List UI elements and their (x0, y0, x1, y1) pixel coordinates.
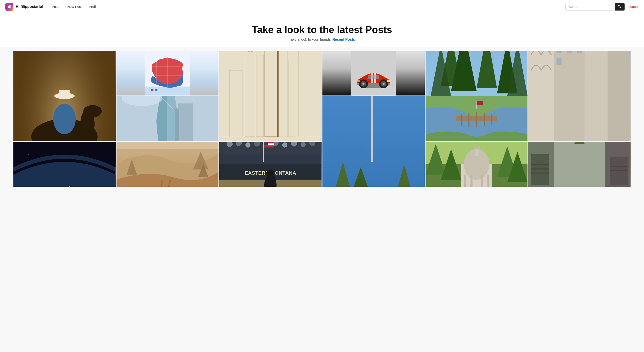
svg-rect-179 (264, 142, 268, 146)
svg-rect-195 (464, 175, 466, 187)
svg-rect-178 (264, 146, 274, 148)
svg-rect-89 (175, 108, 179, 141)
search-input[interactable] (566, 3, 615, 10)
svg-rect-129 (476, 101, 482, 105)
grid-item-7[interactable] (116, 96, 219, 141)
svg-rect-73 (567, 51, 572, 52)
grid-item-11[interactable] (426, 96, 528, 141)
svg-rect-93 (322, 96, 425, 187)
svg-rect-75 (556, 58, 562, 65)
search-button[interactable] (615, 3, 624, 10)
svg-point-10 (53, 104, 76, 134)
svg-point-53 (387, 80, 390, 82)
svg-rect-193 (474, 148, 478, 156)
svg-rect-24 (145, 86, 190, 96)
svg-point-52 (382, 83, 384, 85)
svg-point-9 (84, 105, 102, 118)
app-icon: dj (5, 3, 14, 11)
hero-section: Take a look to the latest Posts Take a l… (0, 14, 644, 47)
svg-point-49 (362, 83, 364, 85)
svg-rect-94 (371, 96, 373, 162)
svg-rect-207 (531, 164, 549, 166)
hero-title: Take a look to the latest Posts (4, 24, 640, 35)
hero-subtitle: Take a look to your friends' Recent Post… (4, 38, 640, 42)
logout-button[interactable]: Logout (628, 5, 639, 8)
svg-rect-149 (116, 142, 219, 149)
svg-rect-70 (584, 51, 608, 141)
grid-item-13[interactable] (14, 142, 116, 187)
grid-container: EASTERN MONTANA (0, 47, 644, 190)
grid-item-10[interactable] (322, 96, 425, 187)
svg-rect-212 (610, 170, 628, 171)
grid-item-18[interactable] (528, 142, 630, 187)
svg-rect-72 (556, 51, 562, 52)
grid-item-1[interactable] (14, 51, 116, 141)
svg-rect-198 (487, 175, 489, 187)
svg-rect-209 (531, 173, 549, 174)
grid-item-3[interactable] (219, 51, 322, 141)
grid-item-2[interactable] (116, 51, 219, 96)
recent-posts-link[interactable]: Recent Posts (332, 38, 355, 41)
svg-point-171 (282, 142, 287, 148)
nav-links: Posts New Post Profile (49, 3, 102, 10)
svg-rect-208 (531, 168, 549, 170)
svg-point-173 (300, 142, 306, 147)
svg-point-54 (356, 80, 360, 82)
grid-item-17[interactable] (426, 142, 528, 187)
hero-subtitle-text: Take a look to your friends' (289, 38, 332, 41)
nav-posts[interactable]: Posts (49, 3, 64, 10)
svg-rect-25 (219, 51, 322, 141)
navbar: dj Hi filippociarlo! Posts New Post Prof… (0, 0, 644, 14)
svg-point-144 (28, 154, 29, 155)
search-icon (618, 5, 622, 8)
svg-point-184 (266, 170, 274, 178)
nav-profile[interactable]: Profile (86, 3, 102, 10)
svg-rect-197 (480, 175, 482, 187)
svg-rect-12 (59, 90, 70, 97)
svg-rect-88 (178, 103, 193, 141)
brand-text: Hi filippociarlo! (16, 4, 44, 9)
search-container (565, 3, 625, 11)
svg-rect-68 (528, 51, 554, 141)
svg-rect-196 (470, 175, 472, 187)
svg-point-143 (84, 144, 86, 144)
svg-rect-71 (608, 51, 630, 141)
svg-marker-213 (574, 142, 585, 144)
svg-point-167 (246, 142, 251, 148)
brand[interactable]: dj Hi filippociarlo! (5, 3, 44, 11)
grid-item-15[interactable]: EASTERN MONTANA (219, 142, 322, 187)
svg-rect-74 (577, 51, 582, 52)
svg-rect-211 (610, 166, 628, 167)
grid-item-6[interactable] (528, 51, 630, 141)
grid-item-4[interactable] (322, 51, 425, 96)
image-grid: EASTERN MONTANA (14, 51, 630, 187)
svg-rect-175 (263, 142, 264, 162)
nav-new-post[interactable]: New Post (64, 3, 85, 10)
grid-item-14[interactable] (116, 142, 219, 187)
svg-rect-194 (474, 146, 480, 149)
